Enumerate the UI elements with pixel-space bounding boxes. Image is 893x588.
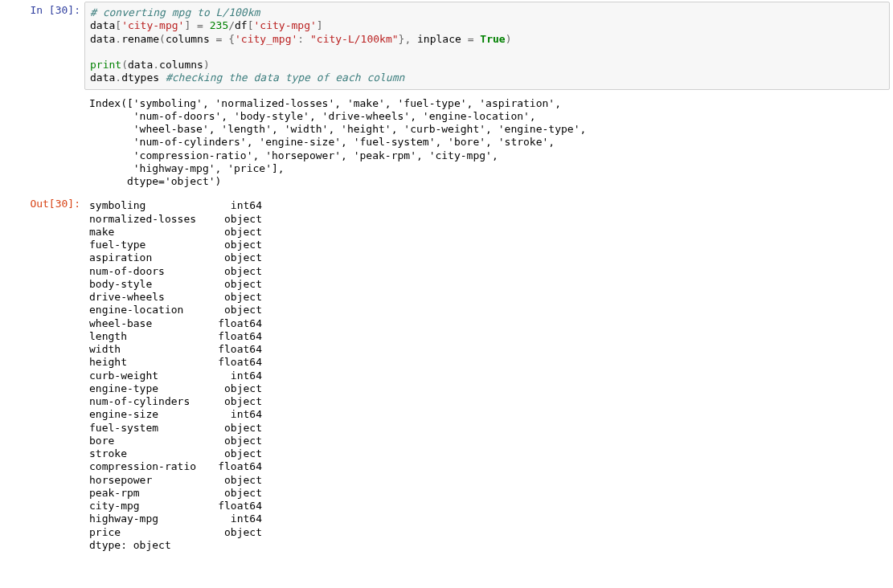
dtype-row: body-styleobject [89, 278, 885, 291]
dtype-row: fuel-systemobject [89, 422, 885, 435]
dtype-name: num-of-doors [89, 265, 214, 278]
stdout-output-cell: Index(['symboling', 'normalized-losses',… [0, 92, 893, 194]
dtype-row: engine-locationobject [89, 304, 885, 316]
dtype-name: city-mpg [89, 500, 214, 512]
dtype-name: fuel-system [89, 422, 214, 435]
dtype-row: symbolingint64 [89, 199, 885, 212]
dtype-name: height [89, 356, 214, 369]
dtype-name: highway-mpg [89, 512, 214, 525]
dtype-row: boreobject [89, 435, 885, 447]
dtype-row: peak-rpmobject [89, 487, 885, 500]
dtype-name: stroke [89, 447, 214, 460]
dtype-name: drive-wheels [89, 291, 214, 304]
dtype-type: object [214, 422, 262, 435]
dtype-name: body-style [89, 278, 214, 291]
dtype-name: curb-weight [89, 370, 214, 382]
dtype-type: object [214, 487, 262, 500]
dtype-name: fuel-type [89, 239, 214, 251]
dtype-type: int64 [214, 199, 262, 212]
dtype-type: float64 [214, 343, 262, 356]
dtype-row: fuel-typeobject [89, 239, 885, 251]
code-input-area[interactable]: # converting mpg to L/100km data['city-m… [84, 2, 890, 90]
dtype-name: peak-rpm [89, 487, 214, 500]
out-prompt: Out[30]: [0, 194, 84, 214]
dtype-type: object [214, 213, 262, 226]
dtype-type: object [214, 278, 262, 291]
dtype-name: engine-type [89, 382, 214, 395]
dtype-type: object [214, 435, 262, 447]
dtype-type: object [214, 239, 262, 251]
dtype-type: object [214, 265, 262, 278]
dtype-row: engine-typeobject [89, 382, 885, 395]
dtype-type: int64 [214, 408, 262, 421]
dtype-name: symboling [89, 199, 214, 212]
dtype-row: makeobject [89, 226, 885, 239]
stdout-output: Index(['symboling', 'normalized-losses',… [84, 93, 890, 193]
dtype-type: object [214, 474, 262, 487]
dtype-name: engine-location [89, 304, 214, 316]
input-cell: In [30]: # converting mpg to L/100km dat… [0, 0, 893, 92]
dtype-type: object [214, 447, 262, 460]
result-output: symbolingint64normalized-lossesobjectmak… [84, 195, 890, 556]
dtype-name: length [89, 330, 214, 343]
stdout-prompt-blank [0, 92, 84, 100]
dtype-row: aspirationobject [89, 251, 885, 264]
dtype-type: float64 [214, 330, 262, 343]
dtype-row: horsepowerobject [89, 474, 885, 487]
dtype-row: drive-wheelsobject [89, 291, 885, 304]
dtype-name: horsepower [89, 474, 214, 487]
dtype-type: float64 [214, 500, 262, 512]
dtype-row: strokeobject [89, 447, 885, 460]
dtype-row: num-of-cylindersobject [89, 395, 885, 408]
dtype-row: normalized-lossesobject [89, 213, 885, 226]
dtype-row: engine-sizeint64 [89, 408, 885, 421]
result-output-cell: Out[30]: symbolingint64normalized-losses… [0, 194, 893, 557]
notebook-container: In [30]: # converting mpg to L/100km dat… [0, 0, 893, 557]
dtype-name: price [89, 526, 214, 539]
dtype-row: lengthfloat64 [89, 330, 885, 343]
dtype-name: wheel-base [89, 317, 214, 330]
dtype-name: engine-size [89, 408, 214, 421]
dtype-type: object [214, 304, 262, 316]
dtype-name: normalized-losses [89, 213, 214, 226]
dtype-name: aspiration [89, 251, 214, 264]
dtype-type: object [214, 226, 262, 239]
dtype-row: num-of-doorsobject [89, 265, 885, 278]
dtype-type: object [214, 395, 262, 408]
dtype-type: float64 [214, 317, 262, 330]
dtype-name: bore [89, 435, 214, 447]
dtype-name: num-of-cylinders [89, 395, 214, 408]
in-prompt: In [30]: [0, 0, 84, 21]
dtype-type: object [214, 251, 262, 264]
dtype-name: width [89, 343, 214, 356]
dtypes-footer: dtype: object [89, 539, 885, 552]
dtype-type: float64 [214, 356, 262, 369]
dtype-type: float64 [214, 460, 262, 473]
dtype-row: highway-mpgint64 [89, 512, 885, 525]
dtype-row: heightfloat64 [89, 356, 885, 369]
dtype-row: city-mpgfloat64 [89, 500, 885, 512]
dtype-row: widthfloat64 [89, 343, 885, 356]
dtype-row: priceobject [89, 526, 885, 539]
dtype-type: object [214, 291, 262, 304]
dtype-type: object [214, 526, 262, 539]
dtype-type: int64 [214, 512, 262, 525]
dtype-name: make [89, 226, 214, 239]
dtype-type: object [214, 382, 262, 395]
dtype-row: curb-weightint64 [89, 370, 885, 382]
dtype-row: wheel-basefloat64 [89, 317, 885, 330]
dtype-name: compression-ratio [89, 460, 214, 473]
dtype-type: int64 [214, 370, 262, 382]
dtype-row: compression-ratiofloat64 [89, 460, 885, 473]
